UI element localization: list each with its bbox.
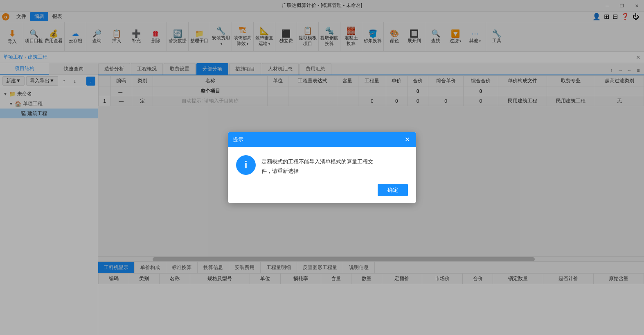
confirm-button[interactable]: 确定 [378,184,408,196]
info-icon: i [236,155,256,175]
dialog-message: 定额模式的工程不能导入清单模式的算量工程文 件，请重新选择 [261,155,373,176]
dialog-body: i 定额模式的工程不能导入清单模式的算量工程文 件，请重新选择 [228,147,416,180]
dialog-close-button[interactable]: ✕ [403,136,411,144]
dialog-footer: 确定 [228,180,416,203]
dialog-header: 提示 ✕ [228,132,416,147]
dialog-overlay: 提示 ✕ i 定额模式的工程不能导入清单模式的算量工程文 件，请重新选择 确定 [0,0,644,335]
dialog-title: 提示 [233,136,243,143]
dialog: 提示 ✕ i 定额模式的工程不能导入清单模式的算量工程文 件，请重新选择 确定 [228,132,416,203]
